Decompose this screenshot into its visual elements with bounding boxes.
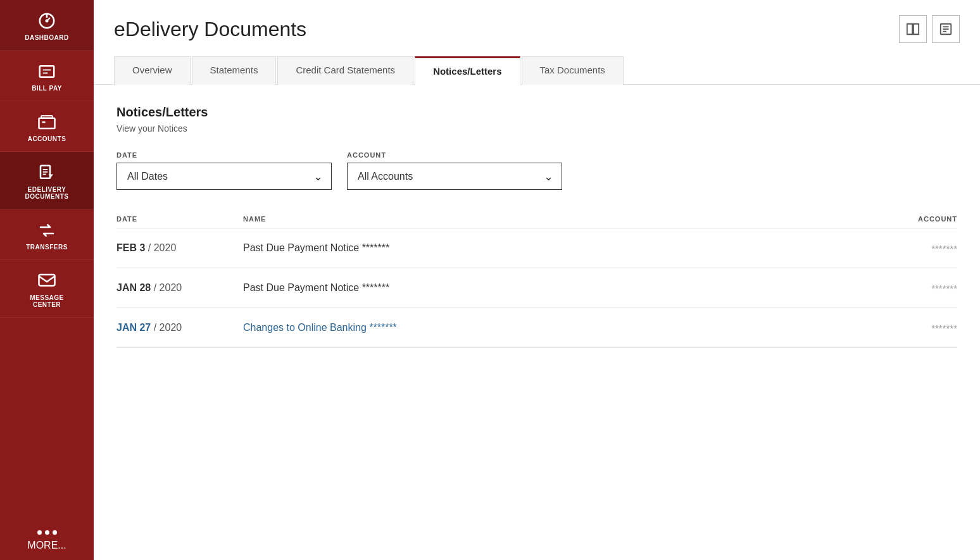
sidebar-item-message-center[interactable]: MESSAGECENTER (0, 260, 94, 318)
document-list-icon (939, 22, 953, 36)
date-light: / 2020 (154, 322, 182, 333)
book-icon (906, 22, 920, 36)
more-dots-icon (37, 530, 57, 535)
page-header: eDelivery Documents (94, 0, 980, 85)
section-title: Notices/Letters (116, 105, 957, 120)
name-cell-link[interactable]: Changes to Online Banking ******* (243, 322, 843, 333)
sidebar-item-transfers[interactable]: TRANSFERS (0, 209, 94, 260)
account-cell: ******* (843, 243, 957, 254)
account-cell: ******* (843, 283, 957, 294)
page-title: eDelivery Documents (114, 18, 306, 41)
edelivery-icon (37, 163, 56, 182)
date-filter-group: DATE All Dates Last 30 Days Last 90 Days… (116, 151, 332, 190)
date-cell: JAN 27 / 2020 (116, 322, 243, 333)
dashboard-icon (37, 11, 56, 30)
book-view-button[interactable] (899, 15, 927, 43)
account-filter-label: ACCOUNT (347, 151, 562, 159)
sidebar-item-accounts[interactable]: ACCOUNTS (0, 101, 94, 152)
date-filter-wrapper: All Dates Last 30 Days Last 90 Days Last… (116, 163, 332, 190)
date-bold-link: JAN 27 (116, 322, 151, 333)
sidebar-item-dashboard-label: DASHBOARD (25, 34, 69, 41)
tab-tax-documents[interactable]: Tax Documents (522, 56, 624, 85)
svg-rect-14 (39, 275, 55, 286)
filters-row: DATE All Dates Last 30 Days Last 90 Days… (116, 151, 957, 190)
date-filter-label: DATE (116, 151, 332, 159)
date-light: / 2020 (154, 282, 182, 293)
table-row: JAN 28 / 2020 Past Due Payment Notice **… (116, 268, 957, 308)
date-light: / 2020 (148, 242, 176, 253)
message-icon (37, 271, 56, 290)
bill-pay-icon (37, 62, 56, 81)
sidebar-item-dashboard[interactable]: DASHBOARD (0, 0, 94, 51)
table-header: DATE NAME ACCOUNT (116, 210, 957, 228)
date-cell: JAN 28 / 2020 (116, 282, 243, 294)
table-row: JAN 27 / 2020 Changes to Online Banking … (116, 308, 957, 348)
svg-rect-4 (40, 66, 54, 77)
account-filter-group: ACCOUNT All Accounts Checking ****1234 S… (347, 151, 562, 190)
svg-line-3 (47, 18, 50, 21)
sidebar-item-message-center-label: MESSAGECENTER (30, 294, 64, 308)
tab-notices-letters[interactable]: Notices/Letters (415, 56, 520, 85)
transfers-icon (37, 221, 56, 240)
sidebar-item-edelivery[interactable]: EDELIVERYDOCUMENTS (0, 152, 94, 209)
account-filter-wrapper: All Accounts Checking ****1234 Savings *… (347, 163, 562, 190)
notices-table: DATE NAME ACCOUNT FEB 3 / 2020 Past Due … (116, 210, 957, 348)
account-filter-select[interactable]: All Accounts Checking ****1234 Savings *… (347, 163, 562, 190)
col-header-account: ACCOUNT (843, 215, 957, 223)
tabs-row: Overview Statements Credit Card Statemen… (114, 56, 960, 84)
sidebar-item-accounts-label: ACCOUNTS (28, 135, 66, 142)
sidebar-item-bill-pay-label: BILL PAY (32, 85, 62, 92)
list-view-button[interactable] (932, 15, 960, 43)
sidebar-item-edelivery-label: EDELIVERYDOCUMENTS (25, 186, 69, 200)
main-content: eDelivery Documents (94, 0, 980, 560)
svg-rect-7 (39, 118, 55, 128)
tab-statements[interactable]: Statements (192, 56, 277, 85)
sidebar-item-more-label: MORE... (27, 540, 66, 551)
account-cell: ******* (843, 323, 957, 333)
sidebar-item-more[interactable]: MORE... (0, 519, 94, 560)
name-cell: Past Due Payment Notice ******* (243, 242, 843, 254)
col-header-name: NAME (243, 215, 843, 223)
content-area: Notices/Letters View your Notices DATE A… (94, 85, 980, 560)
tab-overview[interactable]: Overview (114, 56, 191, 85)
accounts-icon (37, 113, 56, 132)
table-row: FEB 3 / 2020 Past Due Payment Notice ***… (116, 228, 957, 268)
name-cell: Past Due Payment Notice ******* (243, 282, 843, 294)
sidebar-item-transfers-label: TRANSFERS (26, 244, 68, 251)
section-subtitle: View your Notices (116, 123, 957, 134)
date-cell: FEB 3 / 2020 (116, 242, 243, 254)
date-bold: JAN 28 (116, 282, 151, 293)
date-bold: FEB 3 (116, 242, 145, 253)
sidebar-item-bill-pay[interactable]: BILL PAY (0, 51, 94, 101)
sidebar: DASHBOARD BILL PAY ACCOUNTS EDELIVERYDOC… (0, 0, 94, 560)
col-header-date: DATE (116, 215, 243, 223)
tab-credit-card-statements[interactable]: Credit Card Statements (277, 56, 413, 85)
header-toolbar (899, 15, 960, 43)
svg-rect-8 (41, 116, 53, 118)
date-filter-select[interactable]: All Dates Last 30 Days Last 90 Days Last… (116, 163, 332, 190)
